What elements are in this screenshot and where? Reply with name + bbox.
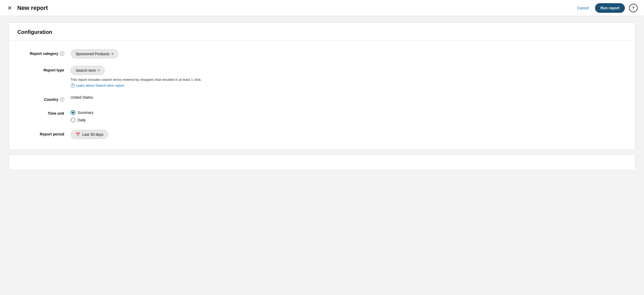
radio-daily-label: Daily bbox=[78, 118, 86, 122]
report-category-label: Report category i bbox=[17, 49, 71, 56]
config-header: Configuration bbox=[9, 23, 635, 41]
main-content: Configuration Report category i Sponsore… bbox=[0, 16, 644, 177]
config-body: Report category i Sponsored Products ▾ R… bbox=[9, 41, 635, 150]
report-category-row: Report category i Sponsored Products ▾ bbox=[17, 49, 627, 58]
report-period-control: 📅 Last 30 days bbox=[71, 130, 627, 139]
configuration-card: Configuration Report category i Sponsore… bbox=[9, 22, 635, 150]
bottom-card bbox=[9, 154, 635, 170]
cancel-button[interactable]: Cancel bbox=[575, 5, 591, 11]
help-button[interactable]: ? bbox=[629, 4, 638, 12]
report-type-control: Search term ▾ This report includes searc… bbox=[71, 66, 627, 88]
report-type-chevron-icon: ▾ bbox=[98, 69, 100, 72]
learn-search-term-link[interactable]: ? Learn about Search term report bbox=[71, 83, 124, 88]
country-control: United States bbox=[71, 95, 627, 99]
calendar-icon: 📅 bbox=[76, 132, 80, 137]
run-report-button[interactable]: Run report bbox=[595, 3, 625, 13]
time-unit-control: Summary Daily bbox=[71, 109, 627, 122]
radio-daily-input[interactable] bbox=[71, 118, 75, 122]
config-title: Configuration bbox=[17, 29, 627, 35]
report-period-row: Report period 📅 Last 30 days bbox=[17, 130, 627, 139]
report-period-dropdown[interactable]: 📅 Last 30 days bbox=[71, 130, 108, 139]
report-category-control: Sponsored Products ▾ bbox=[71, 49, 627, 58]
time-unit-row: Time unit Summary Daily bbox=[17, 109, 627, 122]
page-header: ✕ New report Cancel Run report ? bbox=[0, 0, 644, 16]
report-category-dropdown[interactable]: Sponsored Products ▾ bbox=[71, 49, 118, 58]
header-left: ✕ New report bbox=[6, 4, 575, 12]
radio-summary-input[interactable] bbox=[71, 110, 75, 115]
radio-option-summary[interactable]: Summary bbox=[71, 110, 627, 115]
time-unit-label: Time unit bbox=[17, 109, 71, 115]
report-category-chevron-icon: ▾ bbox=[112, 52, 113, 56]
report-category-info-icon[interactable]: i bbox=[60, 51, 64, 56]
country-info-icon[interactable]: i bbox=[60, 97, 64, 102]
time-unit-radio-group: Summary Daily bbox=[71, 109, 627, 122]
header-right: Cancel Run report ? bbox=[575, 3, 638, 13]
report-type-row: Report type Search term ▾ This report in… bbox=[17, 66, 627, 88]
report-period-label: Report period bbox=[17, 130, 71, 136]
country-row: Country i United States bbox=[17, 95, 627, 102]
country-label: Country i bbox=[17, 95, 71, 102]
country-value: United States bbox=[71, 93, 93, 99]
close-button[interactable]: ✕ bbox=[6, 4, 13, 12]
learn-link-info-icon: ? bbox=[71, 83, 75, 88]
radio-summary-label: Summary bbox=[78, 110, 93, 115]
report-type-label: Report type bbox=[17, 66, 71, 72]
report-type-description: This report includes search terms entere… bbox=[71, 77, 230, 82]
page-title: New report bbox=[17, 5, 48, 11]
radio-option-daily[interactable]: Daily bbox=[71, 118, 627, 122]
report-type-dropdown[interactable]: Search term ▾ bbox=[71, 66, 105, 75]
